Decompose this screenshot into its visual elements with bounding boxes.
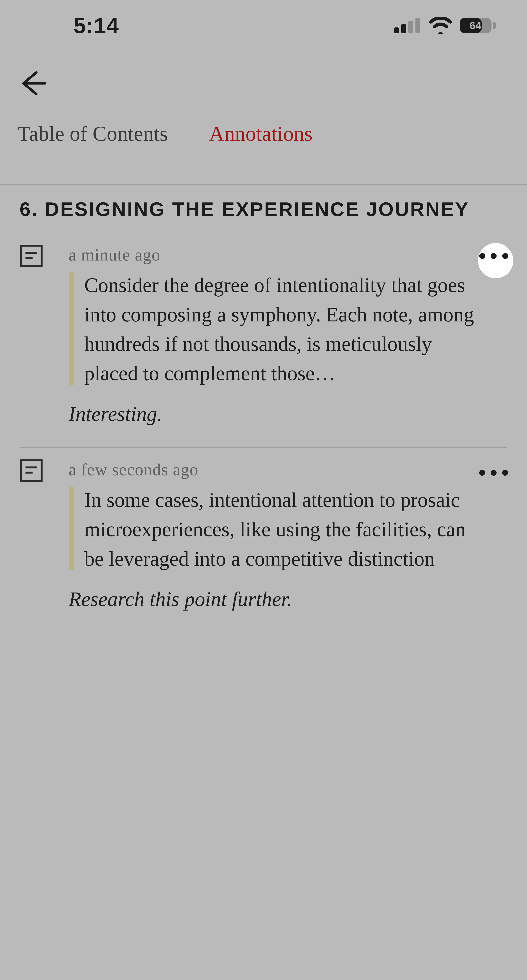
annotation-timestamp: a few seconds ago bbox=[68, 460, 488, 479]
svg-rect-8 bbox=[21, 246, 41, 266]
annotation-note: Interesting. bbox=[68, 402, 488, 426]
svg-rect-11 bbox=[21, 460, 41, 481]
annotation-note: Research this point further. bbox=[68, 587, 488, 611]
tab-bar: Table of Contents Annotations bbox=[18, 121, 509, 159]
annotation-quote: Consider the degree of intentionality th… bbox=[68, 270, 488, 388]
chapter-heading: 6. DESIGNING THE EXPERIENCE JOURNEY bbox=[20, 198, 507, 221]
status-time: 5:14 bbox=[73, 13, 119, 38]
back-button[interactable] bbox=[18, 67, 51, 100]
annotation-item[interactable]: a minute ago Consider the degree of inte… bbox=[0, 239, 527, 447]
wifi-icon bbox=[429, 17, 452, 34]
annotation-timestamp: a minute ago bbox=[68, 245, 488, 265]
svg-rect-0 bbox=[394, 27, 399, 33]
annotation-item[interactable]: a few seconds ago In some cases, intenti… bbox=[20, 447, 507, 633]
status-indicators: 64 bbox=[394, 17, 497, 34]
svg-text:64: 64 bbox=[470, 19, 481, 32]
note-icon bbox=[20, 459, 43, 483]
annotations-list: a minute ago Consider the degree of inte… bbox=[0, 239, 527, 633]
annotation-more-button[interactable]: ••• bbox=[478, 243, 513, 278]
tab-table-of-contents[interactable]: Table of Contents bbox=[18, 121, 168, 146]
note-icon bbox=[20, 244, 43, 268]
svg-rect-2 bbox=[408, 21, 413, 33]
battery-icon: 64 bbox=[459, 17, 497, 34]
annotation-more-button[interactable]: ••• bbox=[478, 460, 513, 495]
ios-status-bar: 5:14 64 bbox=[0, 0, 527, 51]
tab-annotations[interactable]: Annotations bbox=[209, 121, 312, 146]
back-arrow-icon bbox=[18, 68, 47, 98]
app-header: Table of Contents Annotations bbox=[0, 67, 527, 159]
svg-rect-3 bbox=[416, 18, 420, 33]
header-divider bbox=[0, 184, 527, 185]
svg-rect-1 bbox=[401, 24, 406, 33]
cellular-signal-icon bbox=[394, 18, 422, 33]
annotation-quote: In some cases, intentional attention to … bbox=[68, 485, 488, 573]
svg-rect-6 bbox=[493, 22, 496, 29]
